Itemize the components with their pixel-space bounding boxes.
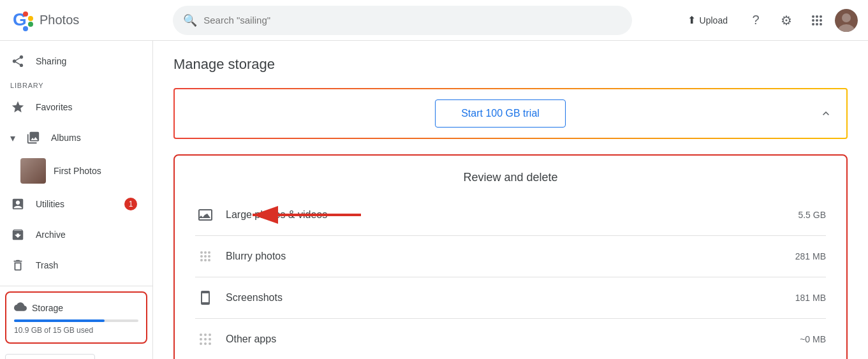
help-icon: ? [752, 13, 759, 27]
layout: Sharing LIBRARY Favorites ▾ Albums First… [0, 41, 868, 359]
sidebar-item-albums[interactable]: ▾ Albums [0, 122, 147, 153]
svg-point-34 [209, 338, 211, 341]
svg-point-37 [209, 342, 211, 345]
trial-button-wrapper: Start 100 GB trial [185, 99, 816, 128]
review-item-other-apps[interactable]: Other apps ~0 MB [195, 319, 826, 359]
svg-point-22 [208, 251, 210, 254]
other-apps-icon [195, 329, 216, 349]
header: G Photos 🔍 ⬆ Upload ? ⚙ [0, 0, 868, 41]
svg-point-14 [820, 23, 822, 26]
archive-label: Archive [36, 230, 66, 240]
star-icon [10, 100, 26, 114]
favorites-label: Favorites [36, 102, 73, 112]
svg-point-28 [208, 259, 210, 261]
sidebar-item-first-photos[interactable]: First Photos [0, 153, 147, 189]
screenshots-icon [195, 288, 216, 308]
album-thumbnail [20, 158, 46, 184]
screenshots-name: Screenshots [226, 292, 795, 304]
svg-point-12 [812, 23, 814, 26]
svg-point-13 [816, 23, 818, 26]
upload-icon: ⬆ [688, 14, 696, 26]
large-photos-name: Large photos & videos [226, 209, 798, 221]
svg-point-8 [820, 15, 822, 18]
svg-point-23 [200, 255, 203, 258]
utilities-badge: 1 [124, 198, 137, 210]
upload-button[interactable]: ⬆ Upload [677, 9, 738, 31]
settings-button[interactable]: ⚙ [774, 8, 799, 33]
storage-box: Storage 10.9 GB of 15 GB used [5, 291, 147, 344]
review-item-screenshots[interactable]: Screenshots 181 MB [195, 277, 826, 319]
svg-point-25 [208, 255, 210, 258]
albums-icon [26, 131, 41, 145]
svg-point-31 [209, 333, 211, 336]
sidebar-item-favorites[interactable]: Favorites [0, 92, 147, 122]
large-photos-size: 5.5 GB [798, 210, 826, 220]
svg-point-16 [842, 13, 851, 22]
sidebar-item-trash[interactable]: Trash [0, 250, 147, 281]
svg-point-7 [816, 15, 818, 18]
gear-icon: ⚙ [781, 13, 792, 28]
sidebar-divider [0, 286, 152, 286]
main-content: Manage storage Start 100 GB trial Review… [153, 41, 868, 359]
svg-point-9 [812, 19, 814, 22]
other-apps-name: Other apps [226, 333, 800, 345]
main-trial-button[interactable]: Start 100 GB trial [435, 99, 566, 128]
other-apps-size: ~0 MB [800, 334, 826, 344]
page-title: Manage storage [173, 56, 848, 73]
search-input[interactable] [203, 15, 622, 26]
svg-point-20 [200, 251, 203, 254]
blurry-photos-name: Blurry photos [226, 251, 795, 262]
screenshots-size: 181 MB [795, 293, 826, 303]
svg-point-11 [820, 19, 822, 22]
sidebar-item-sharing[interactable]: Sharing [0, 46, 147, 77]
sidebar-item-archive[interactable]: Archive [0, 219, 147, 250]
sharing-icon [10, 54, 26, 68]
archive-icon [10, 228, 26, 242]
storage-used-text: 10.9 GB of 15 GB used [14, 326, 138, 335]
large-photos-icon [195, 205, 216, 225]
utilities-label: Utilities [36, 199, 64, 209]
svg-point-6 [812, 15, 814, 18]
search-icon: 🔍 [183, 13, 197, 27]
svg-point-29 [200, 333, 202, 336]
apps-button[interactable] [804, 8, 830, 33]
svg-point-3 [28, 16, 33, 21]
cloud-icon [14, 300, 27, 316]
first-photos-label: First Photos [54, 166, 101, 176]
svg-point-10 [816, 19, 818, 22]
review-title: Review and delete [195, 171, 826, 184]
storage-bar-container [14, 319, 138, 322]
blurry-photos-icon [195, 246, 216, 267]
utilities-icon [10, 197, 26, 211]
sharing-label: Sharing [36, 56, 66, 66]
storage-bar [14, 319, 105, 322]
library-section-label: LIBRARY [0, 77, 152, 92]
svg-point-35 [200, 342, 202, 345]
svg-point-30 [204, 333, 207, 336]
apps-grid-icon [811, 14, 823, 27]
svg-point-5 [23, 26, 28, 31]
chevron-down-icon: ▾ [10, 132, 15, 144]
help-button[interactable]: ? [743, 8, 769, 33]
chevron-up-icon [820, 107, 832, 120]
avatar[interactable] [835, 9, 858, 32]
sidebar-trial-button[interactable]: Start 100 GB trial [5, 354, 95, 359]
collapse-button[interactable] [816, 103, 836, 124]
review-item-blurry[interactable]: Blurry photos 281 MB [195, 236, 826, 277]
review-delete-box: Review and delete Large photos & videos [173, 154, 848, 359]
upload-label: Upload [700, 15, 728, 26]
search-bar[interactable]: 🔍 [173, 6, 632, 35]
logo-text: Photos [40, 13, 79, 27]
avatar-image [835, 9, 858, 32]
trial-banner: Start 100 GB trial [173, 88, 848, 139]
svg-point-33 [204, 338, 207, 341]
svg-point-32 [200, 338, 202, 341]
storage-row: Storage [14, 300, 138, 316]
review-item-large-photos[interactable]: Large photos & videos 5.5 GB [195, 194, 826, 236]
albums-label: Albums [51, 133, 81, 143]
svg-point-4 [28, 22, 33, 27]
svg-point-21 [204, 251, 207, 254]
sidebar-item-utilities[interactable]: Utilities 1 [0, 189, 147, 219]
google-logo-icon: G [10, 8, 36, 33]
svg-point-36 [204, 342, 207, 345]
